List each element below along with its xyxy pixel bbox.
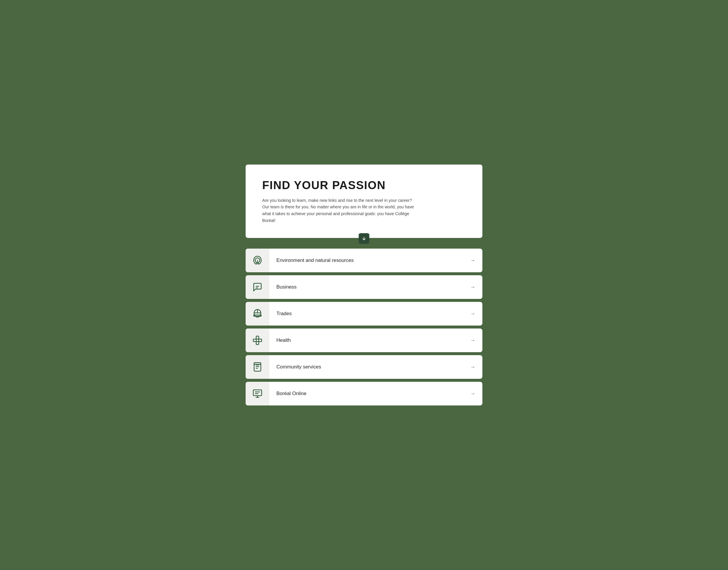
- hardhat-icon: [253, 309, 263, 319]
- environment-label: Environment and natural resources: [269, 258, 470, 263]
- trades-label: Trades: [269, 311, 470, 317]
- svg-rect-6: [256, 336, 259, 344]
- boreal-label: Boréal Online: [269, 391, 470, 396]
- health-arrow: →: [470, 337, 482, 344]
- business-icon-area: [246, 275, 269, 299]
- category-item-business[interactable]: Business →: [246, 275, 482, 299]
- trades-icon-area: [246, 302, 269, 325]
- community-label: Community services: [269, 364, 470, 370]
- environment-icon-area: [246, 249, 269, 272]
- svg-rect-13: [253, 390, 262, 396]
- svg-rect-7: [253, 339, 262, 342]
- header-description: Are you looking to learn, make new links…: [262, 197, 416, 224]
- category-item-trades[interactable]: Trades →: [246, 302, 482, 325]
- scroll-down-button[interactable]: [359, 233, 369, 244]
- community-arrow: →: [470, 364, 482, 370]
- boreal-icon-area: [246, 382, 269, 405]
- health-label: Health: [269, 337, 470, 343]
- boreal-arrow: →: [470, 391, 482, 397]
- category-item-community[interactable]: Community services →: [246, 355, 482, 379]
- category-item-boreal[interactable]: Boréal Online →: [246, 382, 482, 405]
- business-label: Business: [269, 284, 470, 290]
- category-item-health[interactable]: Health →: [246, 328, 482, 352]
- category-item-environment[interactable]: Environment and natural resources →: [246, 249, 482, 272]
- outer-container: FIND YOUR PASSION Are you looking to lea…: [237, 156, 491, 414]
- page-title: FIND YOUR PASSION: [262, 179, 466, 192]
- svg-rect-12: [254, 363, 261, 365]
- environment-arrow: →: [470, 258, 482, 264]
- community-icon-area: [246, 355, 269, 379]
- categories-list: Environment and natural resources → Busi…: [246, 249, 482, 405]
- business-arrow: →: [470, 284, 482, 290]
- trades-arrow: →: [470, 311, 482, 317]
- chat-icon: [253, 282, 263, 292]
- scroll-button-wrapper: [246, 233, 482, 244]
- arrow-down-icon: [362, 236, 366, 241]
- header-card: FIND YOUR PASSION Are you looking to lea…: [246, 165, 482, 238]
- online-icon: [253, 388, 263, 399]
- cross-icon: [253, 335, 263, 345]
- leaf-icon: [253, 255, 263, 265]
- document-icon: [253, 362, 263, 372]
- svg-rect-8: [254, 363, 261, 371]
- health-icon-area: [246, 328, 269, 352]
